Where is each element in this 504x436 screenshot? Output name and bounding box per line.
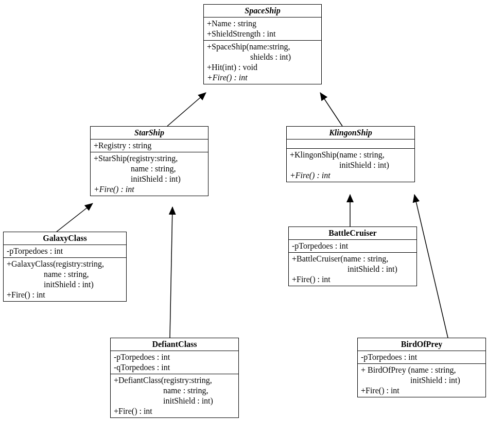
method: initShield : int) — [290, 160, 411, 170]
attribute: -pTorpedoes : int — [361, 352, 482, 362]
class-attributes: -pTorpedoes : int -qTorpedoes : int — [111, 351, 238, 374]
method: +Fire() : int — [361, 386, 482, 396]
class-name: DefiantClass — [111, 338, 238, 351]
class-methods: +SpaceShip(name:string, shields : int) +… — [204, 40, 321, 84]
class-methods: +KlingonShip(name : string, initShield :… — [287, 148, 414, 182]
abstract-method: +Fire() : int — [94, 184, 205, 195]
method: +Fire() : int — [114, 406, 235, 416]
method: +StarShip(registry:string, — [94, 153, 205, 164]
class-name: KlingonShip — [287, 127, 414, 139]
method: +BattleCruiser(name : string, — [292, 254, 413, 264]
method: initShield : int) — [361, 375, 482, 386]
method: initShield : int) — [94, 174, 205, 184]
attribute: -pTorpedoes : int — [114, 352, 235, 362]
class-methods: +StarShip(registry:string, name : string… — [91, 152, 208, 196]
class-attributes — [287, 139, 414, 148]
class-battlecruiser: BattleCruiser -pTorpedoes : int +BattleC… — [288, 226, 417, 286]
class-methods: +BattleCruiser(name : string, initShield… — [289, 252, 416, 286]
method: +GalaxyClass(registry:string, — [7, 259, 123, 269]
method: name : string, — [114, 386, 235, 396]
class-birdofprey: BirdOfPrey -pTorpedoes : int + BirdOfPre… — [357, 338, 486, 397]
method: initShield : int) — [114, 396, 235, 406]
class-attributes: -pTorpedoes : int — [4, 245, 126, 257]
abstract-method: +Fire() : int — [207, 73, 318, 83]
class-attributes: +Registry : string — [91, 139, 208, 152]
class-methods: +DefiantClass(registry:string, name : st… — [111, 374, 238, 417]
method: +Fire() : int — [7, 290, 123, 300]
class-starship: StarShip +Registry : string +StarShip(re… — [90, 126, 208, 196]
method: name : string, — [94, 164, 205, 174]
abstract-method: +Fire() : int — [290, 170, 411, 181]
class-name: SpaceShip — [204, 5, 321, 17]
method: initShield : int) — [292, 264, 413, 274]
method: +Fire() : int — [292, 274, 413, 285]
class-name: GalaxyClass — [4, 232, 126, 245]
class-spaceship: SpaceShip +Name : string +ShieldStrength… — [203, 4, 322, 84]
attribute: -qTorpedoes : int — [114, 362, 235, 373]
edge-starship-spaceship — [167, 93, 206, 126]
edge-defiantclass-starship — [170, 207, 172, 338]
method: +DefiantClass(registry:string, — [114, 375, 235, 386]
method: shields : int) — [207, 52, 318, 62]
class-defiantclass: DefiantClass -pTorpedoes : int -qTorpedo… — [110, 338, 239, 418]
attribute: +Registry : string — [94, 141, 205, 151]
method: +SpaceShip(name:string, — [207, 42, 318, 52]
attribute: +Name : string — [207, 19, 318, 29]
class-methods: +GalaxyClass(registry:string, name : str… — [4, 257, 126, 301]
method: +KlingonShip(name : string, — [290, 150, 411, 160]
method: initShield : int) — [7, 280, 123, 290]
class-name: StarShip — [91, 127, 208, 139]
method: +Hit(int) : void — [207, 62, 318, 73]
edge-klingonship-spaceship — [320, 93, 342, 126]
attribute: -pTorpedoes : int — [7, 246, 123, 256]
class-galaxyclass: GalaxyClass -pTorpedoes : int +GalaxyCla… — [3, 232, 127, 302]
uml-diagram: SpaceShip +Name : string +ShieldStrength… — [0, 0, 504, 436]
class-name: BirdOfPrey — [358, 338, 485, 351]
attribute: -pTorpedoes : int — [292, 241, 413, 251]
attribute: +ShieldStrength : int — [207, 29, 318, 39]
edge-birdofprey-klingonship — [414, 195, 448, 338]
method: + BirdOfPrey (name : string, — [361, 365, 482, 375]
class-attributes: -pTorpedoes : int — [358, 351, 485, 363]
class-name: BattleCruiser — [289, 227, 416, 239]
class-klingonship: KlingonShip +KlingonShip(name : string, … — [286, 126, 415, 182]
class-attributes: -pTorpedoes : int — [289, 239, 416, 252]
method: name : string, — [7, 269, 123, 280]
edge-galaxyclass-starship — [57, 203, 93, 232]
class-methods: + BirdOfPrey (name : string, initShield … — [358, 363, 485, 397]
class-attributes: +Name : string +ShieldStrength : int — [204, 17, 321, 40]
